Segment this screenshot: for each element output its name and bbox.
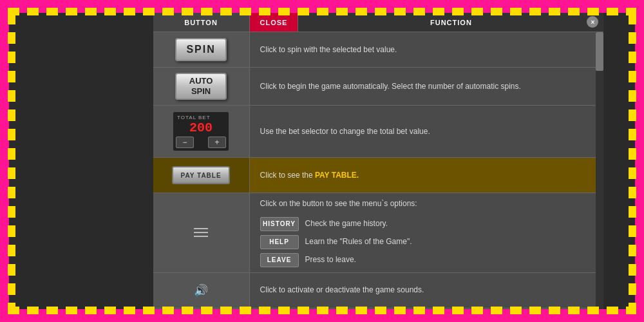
right-panel: [603, 13, 635, 309]
fullscreen-row: ⛶ For a better gaming experience use FUL…: [153, 308, 604, 309]
button-header-label: BUTTON: [184, 19, 218, 26]
bet-btn-col: TOTAL BET 200 − +: [153, 106, 250, 157]
menu-line-1: [194, 228, 208, 229]
paytable-func-col: Click to see the PAY TABLE.: [250, 158, 604, 193]
menu-func-col: Click on the button to see the menu`s op…: [250, 193, 604, 272]
help-desc: Learn the "Rules of the Game".: [305, 236, 412, 247]
sound-func-col: Click to activate or deactivate the game…: [250, 273, 604, 308]
spin-description: Click to spin with the selected bet valu…: [260, 44, 397, 55]
menu-title: Click on the button to see the menu`s op…: [260, 198, 417, 209]
fullscreen-func-col: For a better gaming experience use FULL …: [250, 308, 604, 309]
history-desc: Check the game history.: [305, 218, 388, 229]
autospin-row: AUTOSPIN Click to begin the game automat…: [153, 68, 604, 106]
menu-btn-col: [153, 193, 250, 272]
auto-spin-button[interactable]: AUTOSPIN: [175, 73, 227, 100]
left-panel: [9, 13, 153, 309]
menu-line-3: [194, 236, 208, 237]
menu-row: Click on the button to see the menu`s op…: [153, 193, 604, 273]
bet-increase-button[interactable]: +: [208, 137, 226, 148]
history-row: HISTORY Check the game history.: [260, 217, 417, 231]
bet-value: 200: [176, 120, 226, 135]
bet-description: Use the bet selector to change the total…: [260, 126, 430, 137]
help-panel: BUTTON CLOSE FUNCTION × SPIN Click to sp…: [153, 13, 604, 309]
paytable-button[interactable]: PAY TABLE: [172, 166, 230, 184]
close-button[interactable]: CLOSE: [250, 13, 299, 32]
history-button[interactable]: HISTORY: [260, 217, 299, 231]
bet-label: TOTAL BET: [176, 115, 226, 120]
bet-decrease-button[interactable]: −: [176, 137, 194, 148]
help-button[interactable]: HELP: [260, 235, 299, 249]
scrollbar[interactable]: [596, 32, 603, 309]
close-label: CLOSE: [260, 19, 288, 26]
bet-controls: − +: [176, 137, 226, 148]
header-row: BUTTON CLOSE FUNCTION: [153, 13, 604, 32]
bet-func-col: Use the bet selector to change the total…: [250, 106, 604, 157]
help-row: HELP Learn the "Rules of the Game".: [260, 235, 417, 249]
scrollbar-thumb[interactable]: [596, 32, 603, 71]
paytable-description: Click to see the PAY TABLE.: [260, 170, 359, 181]
leave-desc: Press to leave.: [305, 254, 356, 265]
paytable-row: PAY TABLE Click to see the PAY TABLE.: [153, 158, 604, 193]
sub-buttons: Click on the button to see the menu`s op…: [260, 198, 417, 267]
autospin-btn-col: AUTOSPIN: [153, 68, 250, 105]
header-function-col: FUNCTION: [298, 13, 603, 32]
bet-selector[interactable]: TOTAL BET 200 − +: [172, 111, 230, 152]
spin-row: SPIN Click to spin with the selected bet…: [153, 32, 604, 68]
table-body: SPIN Click to spin with the selected bet…: [153, 32, 604, 309]
spin-func-col: Click to spin with the selected bet valu…: [250, 32, 604, 67]
leave-button[interactable]: LEAVE: [260, 253, 299, 267]
menu-line-2: [194, 232, 208, 233]
spin-button[interactable]: SPIN: [175, 38, 227, 61]
paytable-btn-col: PAY TABLE: [153, 158, 250, 193]
sound-row: 🔊 Click to activate or deactivate the ga…: [153, 273, 604, 308]
bet-row: TOTAL BET 200 − + Use the bet selector t…: [153, 106, 604, 158]
sound-btn-col: 🔊: [153, 273, 250, 308]
sound-icon[interactable]: 🔊: [194, 283, 208, 298]
autospin-func-col: Click to begin the game automatically. S…: [250, 68, 604, 105]
bet-display: 200: [176, 120, 226, 135]
header-button-col: BUTTON: [153, 13, 250, 32]
leave-row: LEAVE Press to leave.: [260, 253, 417, 267]
sound-description: Click to activate or deactivate the game…: [260, 285, 424, 296]
fullscreen-btn-col: ⛶: [153, 308, 250, 309]
autospin-description: Click to begin the game automatically. S…: [260, 81, 521, 92]
menu-icon[interactable]: [194, 228, 208, 237]
spin-btn-col: SPIN: [153, 32, 250, 67]
function-header-label: FUNCTION: [430, 19, 472, 26]
